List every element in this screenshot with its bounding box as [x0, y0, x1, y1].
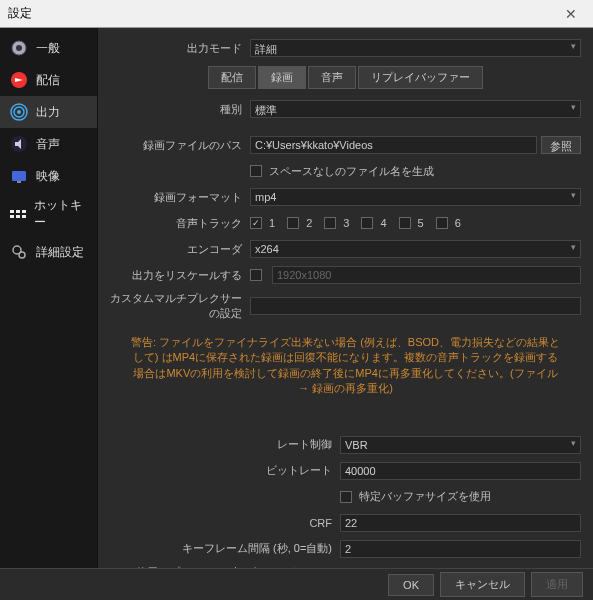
- sidebar-item-label: 配信: [36, 72, 60, 89]
- mux-input[interactable]: [250, 297, 581, 315]
- video-icon: [8, 165, 30, 187]
- browse-button[interactable]: 参照: [541, 136, 581, 154]
- track-1-checkbox[interactable]: [250, 217, 262, 229]
- sidebar-item-stream[interactable]: 配信: [0, 64, 97, 96]
- tab-record[interactable]: 録画: [258, 66, 306, 89]
- svg-point-5: [17, 110, 21, 114]
- no-space-label: スペースなしのファイル名を生成: [269, 164, 434, 179]
- sidebar-item-video[interactable]: 映像: [0, 160, 97, 192]
- svg-rect-14: [22, 215, 26, 218]
- encoder-select[interactable]: x264: [250, 240, 581, 258]
- output-icon: [8, 101, 30, 123]
- svg-rect-9: [10, 210, 14, 213]
- path-input[interactable]: C:¥Users¥kkato¥Videos: [250, 136, 537, 154]
- advanced-icon: [8, 241, 30, 263]
- custom-buffer-label: 特定バッファサイズを使用: [359, 489, 491, 504]
- format-select[interactable]: mp4: [250, 188, 581, 206]
- no-space-checkbox[interactable]: [250, 165, 262, 177]
- hotkey-icon: [8, 203, 28, 225]
- tab-audio[interactable]: 音声: [308, 66, 356, 89]
- apply-button[interactable]: 適用: [531, 572, 583, 597]
- sidebar: 一般 配信 出力 音声 映像 ホットキー 詳細設定: [0, 28, 98, 568]
- main-area: 一般 配信 出力 音声 映像 ホットキー 詳細設定 出力モード 詳: [0, 28, 593, 568]
- svg-rect-13: [16, 215, 20, 218]
- stream-icon: [8, 69, 30, 91]
- footer: OK キャンセル 適用: [0, 568, 593, 600]
- rescale-checkbox[interactable]: [250, 269, 262, 281]
- tracks-label: 音声トラック: [110, 216, 250, 231]
- gear-icon: [8, 37, 30, 59]
- tab-stream[interactable]: 配信: [208, 66, 256, 89]
- rate-select[interactable]: VBR: [340, 436, 581, 454]
- sidebar-item-label: 詳細設定: [36, 244, 84, 261]
- track-3-checkbox[interactable]: [324, 217, 336, 229]
- content-panel: 出力モード 詳細 配信 録画 音声 リプレイバッファー 種別 標準 録画ファイル…: [98, 28, 593, 568]
- custom-buffer-checkbox[interactable]: [340, 491, 352, 503]
- svg-rect-12: [10, 215, 14, 218]
- sidebar-item-label: 一般: [36, 40, 60, 57]
- window-title: 設定: [8, 5, 557, 22]
- svg-rect-7: [12, 171, 26, 181]
- output-tabs: 配信 録画 音声 リプレイバッファー: [110, 66, 581, 89]
- type-select[interactable]: 標準: [250, 100, 581, 118]
- bitrate-input[interactable]: 40000: [340, 462, 581, 480]
- path-label: 録画ファイルのパス: [110, 138, 250, 153]
- svg-point-1: [16, 45, 22, 51]
- cancel-button[interactable]: キャンセル: [440, 572, 525, 597]
- tab-replay[interactable]: リプレイバッファー: [358, 66, 483, 89]
- warning-text: 警告: ファイルをファイナライズ出来ない場合 (例えば、BSOD、電力損失などの…: [110, 327, 581, 405]
- rescale-label: 出力をリスケールする: [110, 268, 250, 283]
- ok-button[interactable]: OK: [388, 574, 434, 596]
- keyframe-input[interactable]: 2: [340, 540, 581, 558]
- sidebar-item-hotkeys[interactable]: ホットキー: [0, 192, 97, 236]
- svg-rect-10: [16, 210, 20, 213]
- sidebar-item-output[interactable]: 出力: [0, 96, 97, 128]
- rate-label: レート制御: [110, 437, 340, 452]
- crf-input[interactable]: 22: [340, 514, 581, 532]
- track-5-checkbox[interactable]: [399, 217, 411, 229]
- type-label: 種別: [110, 102, 250, 117]
- output-mode-select[interactable]: 詳細: [250, 39, 581, 57]
- mux-label: カスタムマルチプレクサーの設定: [110, 291, 250, 321]
- encoder-label: エンコーダ: [110, 242, 250, 257]
- track-6-checkbox[interactable]: [436, 217, 448, 229]
- sidebar-item-advanced[interactable]: 詳細設定: [0, 236, 97, 268]
- format-label: 録画フォーマット: [110, 190, 250, 205]
- sidebar-item-general[interactable]: 一般: [0, 32, 97, 64]
- track-2-checkbox[interactable]: [287, 217, 299, 229]
- audio-icon: [8, 133, 30, 155]
- preset-label: CPU使用のプリセット (上に行くほど = CPU使用低い): [110, 565, 340, 568]
- sidebar-item-label: 映像: [36, 168, 60, 185]
- keyframe-label: キーフレーム間隔 (秒, 0=自動): [110, 541, 340, 556]
- close-button[interactable]: ✕: [557, 3, 585, 25]
- titlebar: 設定 ✕: [0, 0, 593, 28]
- bitrate-label: ビットレート: [110, 463, 340, 478]
- track-4-checkbox[interactable]: [361, 217, 373, 229]
- crf-label: CRF: [110, 517, 340, 529]
- sidebar-item-audio[interactable]: 音声: [0, 128, 97, 160]
- svg-rect-11: [22, 210, 26, 213]
- output-mode-label: 出力モード: [110, 41, 250, 56]
- sidebar-item-label: 音声: [36, 136, 60, 153]
- sidebar-item-label: 出力: [36, 104, 60, 121]
- svg-rect-8: [17, 181, 21, 183]
- sidebar-item-label: ホットキー: [34, 197, 89, 231]
- svg-point-16: [19, 252, 25, 258]
- rescale-input: 1920x1080: [272, 266, 581, 284]
